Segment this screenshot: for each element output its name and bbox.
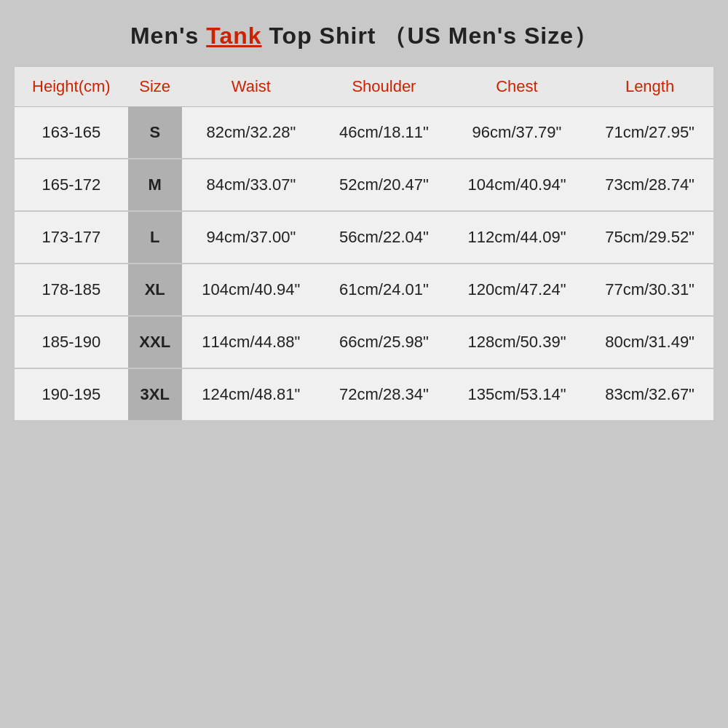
table-row: 173-177L94cm/37.00"56cm/22.04"112cm/44.0… — [15, 211, 713, 264]
header-shoulder: Shoulder — [320, 67, 448, 107]
cell-length: 80cm/31.49" — [586, 316, 713, 368]
size-table: Height(cm) Size Waist Shoulder Chest Len… — [15, 67, 713, 420]
size-table-container: Height(cm) Size Waist Shoulder Chest Len… — [15, 67, 713, 420]
cell-shoulder: 66cm/25.98" — [320, 316, 448, 368]
cell-height: 190-195 — [15, 368, 128, 420]
header-height: Height(cm) — [15, 67, 128, 107]
cell-height: 173-177 — [15, 211, 128, 264]
table-row: 163-165S82cm/32.28"46cm/18.11"96cm/37.79… — [15, 107, 713, 159]
cell-height: 178-185 — [15, 264, 128, 316]
cell-shoulder: 52cm/20.47" — [320, 159, 448, 211]
title-suffix: Top Shirt （US Men's Size） — [262, 23, 598, 49]
cell-height: 185-190 — [15, 316, 128, 368]
table-row: 178-185XL104cm/40.94"61cm/24.01"120cm/47… — [15, 264, 713, 316]
cell-waist: 114cm/44.88" — [182, 316, 320, 368]
title-highlight: Tank — [206, 23, 261, 49]
header-waist: Waist — [182, 67, 320, 107]
cell-chest: 104cm/40.94" — [448, 159, 586, 211]
cell-length: 77cm/30.31" — [586, 264, 713, 316]
cell-chest: 96cm/37.79" — [448, 107, 586, 159]
cell-chest: 135cm/53.14" — [448, 368, 586, 420]
cell-height: 165-172 — [15, 159, 128, 211]
cell-waist: 104cm/40.94" — [182, 264, 320, 316]
table-row: 165-172M84cm/33.07"52cm/20.47"104cm/40.9… — [15, 159, 713, 211]
header-length: Length — [586, 67, 713, 107]
cell-waist: 82cm/32.28" — [182, 107, 320, 159]
cell-size: S — [128, 107, 182, 159]
cell-size: 3XL — [128, 368, 182, 420]
table-row: 185-190XXL114cm/44.88"66cm/25.98"128cm/5… — [15, 316, 713, 368]
cell-size: XXL — [128, 316, 182, 368]
table-row: 190-1953XL124cm/48.81"72cm/28.34"135cm/5… — [15, 368, 713, 420]
header-size: Size — [128, 67, 182, 107]
cell-chest: 128cm/50.39" — [448, 316, 586, 368]
cell-height: 163-165 — [15, 107, 128, 159]
header-chest: Chest — [448, 67, 586, 107]
cell-size: M — [128, 159, 182, 211]
cell-length: 73cm/28.74" — [586, 159, 713, 211]
cell-shoulder: 46cm/18.11" — [320, 107, 448, 159]
table-header-row: Height(cm) Size Waist Shoulder Chest Len… — [15, 67, 713, 107]
cell-chest: 112cm/44.09" — [448, 211, 586, 264]
cell-length: 83cm/32.67" — [586, 368, 713, 420]
cell-waist: 84cm/33.07" — [182, 159, 320, 211]
title-prefix: Men's — [130, 23, 206, 49]
cell-waist: 124cm/48.81" — [182, 368, 320, 420]
cell-shoulder: 72cm/28.34" — [320, 368, 448, 420]
cell-length: 71cm/27.95" — [586, 107, 713, 159]
cell-chest: 120cm/47.24" — [448, 264, 586, 316]
cell-length: 75cm/29.52" — [586, 211, 713, 264]
cell-shoulder: 56cm/22.04" — [320, 211, 448, 264]
cell-shoulder: 61cm/24.01" — [320, 264, 448, 316]
title-area: Men's Tank Top Shirt （US Men's Size） — [0, 0, 728, 67]
cell-size: L — [128, 211, 182, 264]
cell-waist: 94cm/37.00" — [182, 211, 320, 264]
page-title: Men's Tank Top Shirt （US Men's Size） — [130, 23, 598, 49]
cell-size: XL — [128, 264, 182, 316]
